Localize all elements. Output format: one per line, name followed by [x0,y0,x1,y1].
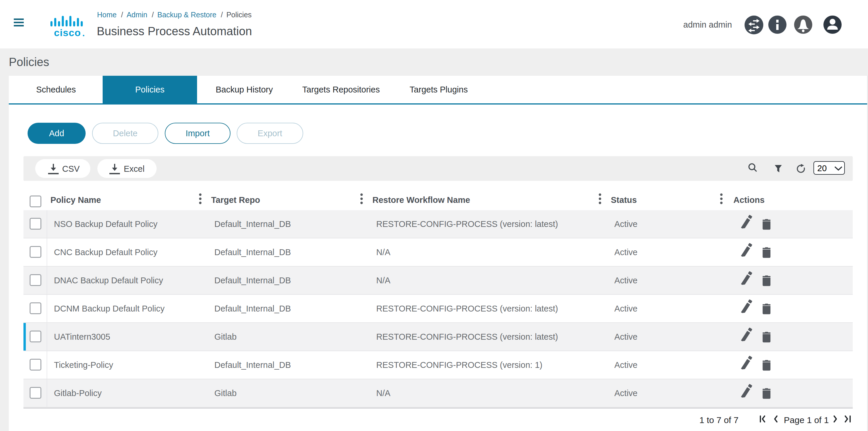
svg-text:cisco: cisco [54,27,81,37]
